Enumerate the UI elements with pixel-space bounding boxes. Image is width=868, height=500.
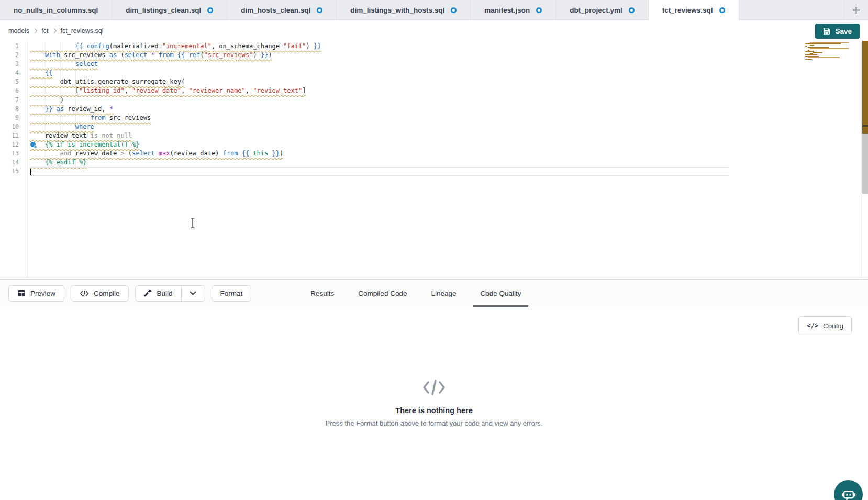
- minimap-line: [805, 43, 841, 44]
- new-tab-button[interactable]: [844, 0, 868, 20]
- code-line-content: with src_reviews as (select * from {{ re…: [30, 51, 728, 60]
- breadcrumb-segment-fct: fct: [41, 27, 48, 35]
- editor-tab[interactable]: manifest.json: [471, 0, 556, 20]
- code-line-content: {% if is_incremental() %}: [30, 140, 728, 149]
- unsaved-changes-dot: [629, 7, 635, 13]
- tab-bar-spacer: [739, 0, 844, 20]
- code-line[interactable]: 2 with src_reviews as (select * from {{ …: [0, 51, 728, 60]
- code-line[interactable]: 10 where: [0, 123, 728, 131]
- line-number: 3: [0, 60, 19, 69]
- minimap-line: [808, 57, 840, 58]
- code-line[interactable]: 8 }} as review_id, *: [0, 105, 728, 114]
- build-split-button: Build: [135, 285, 205, 302]
- breadcrumb-segment-file: fct_reviews.sql: [61, 27, 104, 35]
- line-number: 10: [0, 123, 19, 131]
- code-line[interactable]: 9 from src_reviews: [0, 114, 728, 123]
- breadcrumb-segment-models: models: [8, 27, 29, 35]
- code-slash-icon: [422, 379, 446, 396]
- code-line-content: from src_reviews: [30, 114, 728, 123]
- code-editor[interactable]: 1 {{ config(materialized="incremental", …: [0, 41, 868, 279]
- preview-button-label: Preview: [30, 290, 55, 297]
- code-line[interactable]: 12 {% if is_incremental() %}: [0, 140, 728, 149]
- mouse-ibeam-cursor: [188, 217, 197, 229]
- code-line-content: dbt_utils.generate_surrogate_key(: [30, 77, 728, 86]
- empty-state-title: There is nothing here: [0, 406, 868, 415]
- code-line-content: ["listing_id", "review_date", "reviewer_…: [30, 86, 728, 95]
- code-line-content: where: [30, 123, 728, 131]
- quick-fix-icon[interactable]: [30, 142, 37, 149]
- code-icon: </>: [807, 322, 818, 329]
- unsaved-changes-dot: [536, 7, 542, 13]
- editor-tab[interactable]: no_nulls_in_columns.sql: [0, 0, 112, 20]
- line-number: 9: [0, 114, 19, 123]
- code-line-content: }} as review_id, *: [30, 105, 728, 114]
- panel-tab-compiled-code[interactable]: Compiled Code: [346, 280, 419, 307]
- unsaved-changes-dot: [451, 7, 457, 13]
- line-number: 15: [0, 167, 19, 176]
- config-button[interactable]: </> Config: [798, 316, 852, 335]
- build-options-dropdown[interactable]: [182, 286, 205, 301]
- line-number: 1: [0, 42, 19, 51]
- code-line[interactable]: 1 {{ config(materialized="incremental", …: [0, 42, 728, 51]
- format-button[interactable]: Format: [212, 285, 252, 302]
- save-button-label: Save: [835, 27, 852, 35]
- minimap-line: [805, 59, 812, 60]
- build-button[interactable]: Build: [136, 286, 182, 301]
- minimap[interactable]: [803, 42, 861, 62]
- table-icon: [17, 289, 26, 297]
- code-line[interactable]: 13 and review_date > (select max(review_…: [0, 149, 728, 158]
- panel-tab-lineage[interactable]: Lineage: [419, 280, 468, 307]
- code-line[interactable]: 11 review_text is not null: [0, 131, 728, 140]
- chevron-right-icon: [33, 28, 37, 32]
- compile-button[interactable]: Compile: [71, 285, 129, 302]
- minimap-line: [805, 54, 817, 55]
- unsaved-changes-dot: [317, 7, 322, 13]
- text-caret: [30, 169, 31, 175]
- format-button-label: Format: [220, 290, 243, 297]
- unsaved-changes-dot: [207, 7, 213, 13]
- code-line[interactable]: 15: [0, 167, 728, 176]
- code-line-content: {% endif %}: [30, 158, 728, 167]
- plus-icon: [852, 6, 860, 14]
- action-toolbar: Preview Compile Build Format: [0, 279, 868, 307]
- code-line[interactable]: 3 select: [0, 60, 728, 69]
- compile-button-label: Compile: [94, 290, 120, 297]
- code-line-content: and review_date > (select max(review_dat…: [30, 149, 728, 158]
- minimap-line: [805, 51, 814, 52]
- editor-scrollbar[interactable]: [861, 41, 868, 279]
- editor-tab[interactable]: dim_listings_with_hosts.sql: [337, 0, 471, 20]
- code-line-content: ): [30, 96, 728, 105]
- config-button-label: Config: [823, 322, 843, 330]
- code-lines: 1 {{ config(materialized="incremental", …: [0, 42, 868, 176]
- panel-tab-results[interactable]: Results: [298, 280, 346, 307]
- line-number: 6: [0, 86, 19, 95]
- code-line[interactable]: 4 {{: [0, 69, 728, 77]
- code-line-content: review_text is not null: [30, 131, 728, 140]
- code-line[interactable]: 5 dbt_utils.generate_surrogate_key(: [0, 77, 728, 86]
- preview-button[interactable]: Preview: [8, 285, 64, 302]
- chevron-down-icon: [190, 291, 196, 295]
- editor-tab[interactable]: dim_listings_clean.sql: [112, 0, 227, 20]
- line-number: 11: [0, 131, 19, 140]
- code-line-content: [30, 167, 728, 176]
- panel-tab-label: Lineage: [431, 290, 456, 297]
- code-line[interactable]: 14 {% endif %}: [0, 158, 728, 167]
- panel-tab-label: Compiled Code: [358, 290, 407, 297]
- empty-state-hint: Press the Format button above to format …: [0, 419, 868, 427]
- line-number: 8: [0, 105, 19, 114]
- minimap-line: [810, 45, 814, 46]
- chevron-right-icon: [52, 28, 56, 32]
- tab-label: manifest.json: [484, 6, 530, 14]
- robot-chat-icon: [841, 487, 856, 500]
- code-line[interactable]: 7 ): [0, 96, 728, 105]
- result-panel-tabs: ResultsCompiled CodeLineageCode Quality: [298, 280, 533, 307]
- editor-tab[interactable]: fct_reviews.sql: [649, 0, 739, 20]
- minimap-line: [813, 52, 822, 53]
- panel-tab-code-quality[interactable]: Code Quality: [468, 280, 533, 307]
- editor-tab[interactable]: dbt_project.yml: [556, 0, 649, 20]
- save-button[interactable]: Save: [815, 24, 860, 39]
- code-line[interactable]: 6 ["listing_id", "review_date", "reviewe…: [0, 86, 728, 95]
- editor-tab[interactable]: dim_hosts_clean.sql: [227, 0, 337, 20]
- tab-label: dim_listings_with_hosts.sql: [350, 6, 444, 14]
- code-icon: [80, 290, 89, 297]
